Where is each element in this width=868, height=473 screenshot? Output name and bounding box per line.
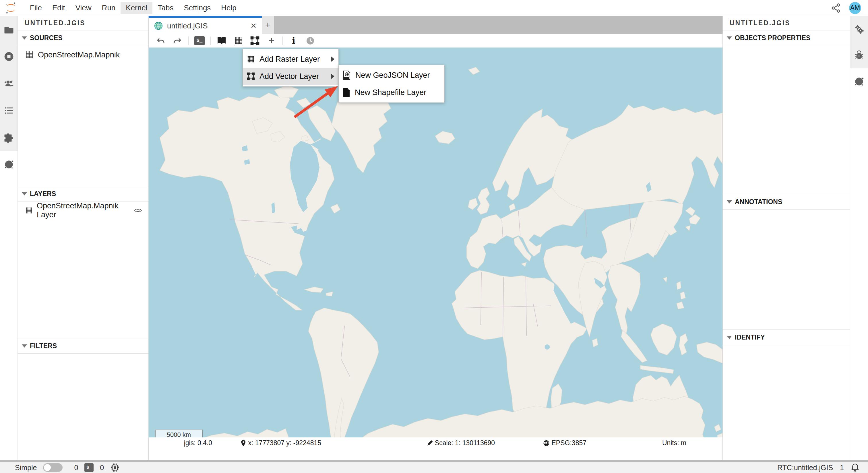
add-vector-button[interactable] <box>248 34 262 47</box>
notification-count: 1 <box>840 464 844 472</box>
add-layer-menu: Add Raster Layer Add Vector Layer <box>243 49 339 87</box>
sidebar-tab-jgis[interactable] <box>0 151 18 178</box>
right-panel-title: UNTITLED.JGIS <box>723 16 849 30</box>
new-launcher-button[interactable]: + <box>262 16 274 34</box>
globe-icon <box>543 440 550 447</box>
map-toolbar: $_ + <box>149 34 722 48</box>
raster-grid-icon <box>247 55 255 63</box>
chevron-down-icon <box>22 192 27 195</box>
bell-icon[interactable] <box>851 463 859 472</box>
submenu-arrow-icon <box>331 74 334 79</box>
left-activity-bar <box>0 16 18 460</box>
raster-grid-icon <box>25 51 34 59</box>
top-menubar: File Edit View Run Kernel Tabs Settings … <box>0 0 868 16</box>
layer-list-item[interactable]: OpenStreetMap.Mapnik Layer <box>18 201 148 219</box>
sidebar-tab-file-browser[interactable] <box>0 16 18 43</box>
close-icon[interactable]: ✕ <box>250 22 257 30</box>
simple-mode-toggle[interactable] <box>43 463 63 472</box>
jgis-globe-icon <box>154 21 163 30</box>
horizontal-divider <box>0 460 868 462</box>
raster-grid-icon <box>234 36 243 45</box>
sidebar-tab-running-sessions[interactable] <box>0 43 18 70</box>
map-scale-readout: Scale: 1: 130113690 <box>427 437 495 449</box>
undo-icon <box>156 36 165 45</box>
stop-circle-icon <box>4 51 14 62</box>
source-list-item[interactable]: OpenStreetMap.Mapnik <box>18 46 148 64</box>
rtc-session-label: RTC:untitled.jGIS <box>777 464 833 472</box>
add-vector-layer-submenu: New GeoJSON Layer New Shapefile Layer <box>338 65 445 103</box>
world-map <box>149 48 722 449</box>
section-header-layers[interactable]: LAYERS <box>18 186 148 201</box>
menubar-item-tabs[interactable]: Tabs <box>152 2 179 14</box>
simple-mode-label: Simple <box>15 464 37 472</box>
kernel-count: 0 <box>100 464 104 472</box>
source-item-label: OpenStreetMap.Mapnik <box>38 51 120 59</box>
sidebar-tab-property-inspector[interactable] <box>850 16 868 42</box>
chevron-down-icon <box>727 200 732 203</box>
vector-square-icon <box>250 36 259 45</box>
open-book-icon <box>217 36 226 45</box>
file-icon <box>343 88 350 97</box>
jupyterlab-window: File Edit View Run Kernel Tabs Settings … <box>0 0 868 473</box>
globe-icon <box>854 76 864 87</box>
sidebar-tab-table-of-contents[interactable] <box>0 97 18 124</box>
sidebar-tab-extensions[interactable] <box>0 124 18 151</box>
units-readout: Units: m <box>662 437 686 449</box>
console-button[interactable]: $_ <box>193 34 206 47</box>
menu-item-add-raster-layer[interactable]: Add Raster Layer <box>243 51 338 68</box>
right-activity-bar <box>849 16 868 460</box>
sidebar-tab-jgis-right[interactable] <box>850 68 868 94</box>
chevron-down-icon <box>22 344 27 348</box>
section-header-sources[interactable]: SOURCES <box>18 30 148 46</box>
user-avatar[interactable]: AM <box>849 2 861 14</box>
share-icon[interactable] <box>831 3 841 13</box>
basemap-button[interactable] <box>215 34 228 47</box>
right-sidebar-panel: UNTITLED.JGIS OBJECTS PROPERTIES ANNOTAT… <box>722 16 849 460</box>
menubar-item-kernel[interactable]: Kernel <box>121 2 152 14</box>
section-header-annotations[interactable]: ANNOTATIONS <box>723 194 849 210</box>
sidebar-tab-debugger[interactable] <box>850 42 868 68</box>
menu-item-new-shapefile-layer[interactable]: New Shapefile Layer <box>339 84 444 101</box>
users-icon <box>4 78 14 89</box>
section-header-identify[interactable]: IDENTIFY <box>723 329 849 345</box>
terminal-icon: $_ <box>194 36 205 45</box>
left-panel-title: UNTITLED.JGIS <box>18 16 148 30</box>
menu-item-new-geojson-layer[interactable]: New GeoJSON Layer <box>339 67 444 84</box>
redo-button[interactable] <box>170 34 184 47</box>
menubar-item-view[interactable]: View <box>70 2 97 14</box>
vector-square-icon <box>247 72 255 81</box>
undo-button[interactable] <box>154 34 167 47</box>
add-raster-button[interactable] <box>231 34 245 47</box>
section-header-filters[interactable]: FILTERS <box>18 338 148 354</box>
kernel-chip-icon[interactable] <box>110 463 119 472</box>
clock-icon <box>306 36 315 45</box>
chevron-down-icon <box>727 36 732 40</box>
gears-icon <box>854 24 864 34</box>
chevron-down-icon <box>22 36 27 40</box>
add-layer-button[interactable]: + <box>265 34 278 47</box>
menubar-item-help[interactable]: Help <box>216 2 241 14</box>
section-header-objects-properties[interactable]: OBJECTS PROPERTIES <box>723 30 849 46</box>
document-tab-bar: untitled.jGIS ✕ + <box>149 16 722 34</box>
temporal-controller-button[interactable] <box>303 34 317 47</box>
terminal-icon[interactable]: $_ <box>84 463 94 472</box>
sidebar-tab-collaboration[interactable] <box>0 70 18 97</box>
globe-icon <box>4 159 14 169</box>
menubar-item-run[interactable]: Run <box>97 2 121 14</box>
eye-icon[interactable] <box>134 207 142 214</box>
menubar-item-settings[interactable]: Settings <box>179 2 216 14</box>
left-sidebar-panel: UNTITLED.JGIS SOURCES OpenStreetMap.Mapn… <box>18 16 149 460</box>
folder-icon <box>4 24 14 35</box>
main-dock-area: untitled.jGIS ✕ + $_ <box>149 16 722 460</box>
map-canvas[interactable]: 5000 km jgis: 0.4.0 x: 17773807 y: -9224… <box>149 48 722 449</box>
menubar-item-edit[interactable]: Edit <box>47 2 70 14</box>
menubar-item-file[interactable]: File <box>25 2 47 14</box>
pointer-coordinates: x: 17773807 y: -9224815 <box>240 437 321 449</box>
tab-untitled-jgis[interactable]: untitled.jGIS ✕ <box>149 16 262 34</box>
menu-item-add-vector-layer[interactable]: Add Vector Layer <box>243 68 338 85</box>
identify-button[interactable]: i <box>287 34 301 47</box>
terminal-count: 0 <box>74 464 78 472</box>
jgis-version: jgis: 0.4.0 <box>184 437 212 449</box>
layer-item-label: OpenStreetMap.Mapnik Layer <box>37 201 126 219</box>
raster-grid-icon <box>25 206 33 215</box>
